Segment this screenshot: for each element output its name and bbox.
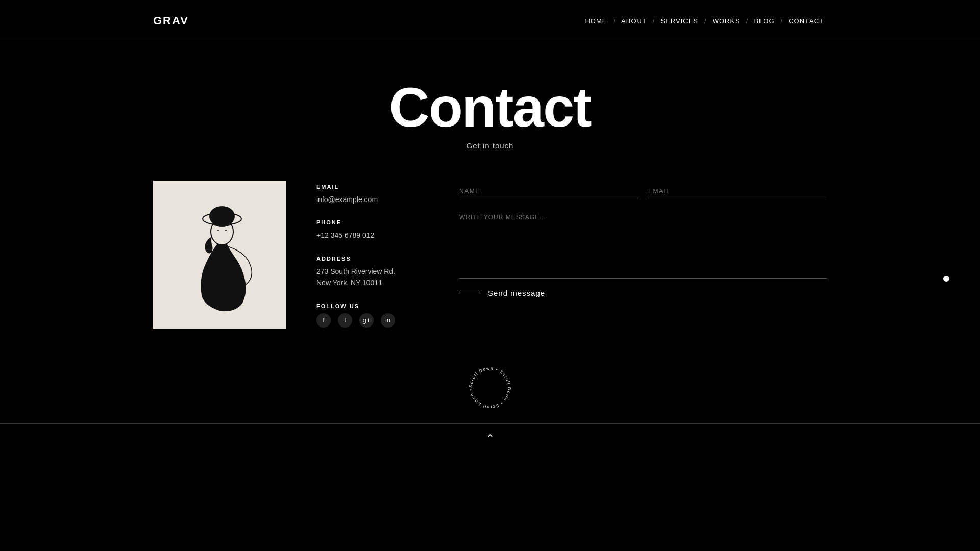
email-value: info@example.com	[316, 194, 429, 205]
nav-works[interactable]: WORKS	[709, 15, 743, 27]
address-label: ADDRESS	[316, 256, 429, 262]
email-input[interactable]	[648, 184, 827, 199]
follow-label: FOLLOW US	[316, 303, 429, 309]
scroll-circle-svg: Scroll Down • Scroll Down • Scroll Down …	[464, 362, 516, 413]
message-field-wrap	[459, 210, 827, 279]
email-section: EMAIL info@example.com	[316, 184, 429, 205]
svg-text:Scroll Down • Scroll Down • Sc: Scroll Down • Scroll Down • Scroll Down …	[468, 365, 512, 409]
form-row-top	[459, 184, 827, 210]
submit-decorative-line	[459, 293, 480, 293]
message-input[interactable]	[459, 210, 827, 276]
linkedin-icon[interactable]: in	[381, 313, 395, 328]
name-input[interactable]	[459, 184, 638, 199]
page-title: Contact	[0, 79, 980, 135]
form-submit-area: Send message	[459, 289, 827, 297]
address-line2: New York, NY 10011	[316, 277, 429, 288]
nav-sep-3: /	[704, 17, 706, 25]
submit-button[interactable]: Send message	[488, 289, 545, 297]
scroll-up-button[interactable]: ⌃	[486, 432, 495, 444]
scroll-circle: Scroll Down • Scroll Down • Scroll Down …	[464, 362, 516, 413]
scroll-indicator-dot	[943, 276, 949, 282]
main-content: EMAIL info@example.com PHONE +12 345 678…	[0, 181, 980, 342]
nav-sep-4: /	[746, 17, 748, 25]
email-field-wrap	[648, 184, 827, 199]
social-icons: f t g+ in	[316, 313, 429, 328]
email-label: EMAIL	[316, 184, 429, 190]
nav-about[interactable]: ABOUT	[618, 15, 650, 27]
logo[interactable]: GRAV	[153, 14, 189, 28]
scroll-down-area: Scroll Down • Scroll Down • Scroll Down …	[0, 342, 980, 423]
nav-sep-1: /	[613, 17, 615, 25]
nav-services[interactable]: SERVICES	[657, 15, 701, 27]
nav-sep-2: /	[653, 17, 655, 25]
follow-section: FOLLOW US f t g+ in	[316, 303, 429, 328]
svg-point-6	[228, 277, 230, 279]
nav-contact[interactable]: CONTACT	[786, 15, 827, 27]
svg-point-5	[214, 249, 215, 251]
contact-illustration	[168, 188, 271, 321]
phone-section: PHONE +12 345 6789 012	[316, 219, 429, 241]
facebook-icon[interactable]: f	[316, 313, 331, 328]
header: GRAV HOME / ABOUT / SERVICES / WORKS / B…	[0, 0, 980, 38]
nav-blog[interactable]: BLOG	[751, 15, 777, 27]
page-subtitle: Get in touch	[0, 141, 980, 150]
phone-value: +12 345 6789 012	[316, 230, 429, 241]
address-line1: 273 South Riverview Rd.	[316, 266, 429, 277]
nav-sep-5: /	[781, 17, 783, 25]
main-nav: HOME / ABOUT / SERVICES / WORKS / BLOG /…	[582, 15, 827, 27]
bottom-bar: ⌃	[0, 423, 980, 453]
twitter-icon[interactable]: t	[338, 313, 352, 328]
name-field-wrap	[459, 184, 638, 199]
phone-label: PHONE	[316, 219, 429, 226]
illustration	[153, 181, 286, 329]
contact-info: EMAIL info@example.com PHONE +12 345 678…	[316, 181, 429, 342]
nav-home[interactable]: HOME	[582, 15, 610, 27]
contact-form: Send message	[459, 181, 827, 297]
hero-section: Contact Get in touch	[0, 38, 980, 181]
google-plus-icon[interactable]: g+	[359, 313, 374, 328]
address-section: ADDRESS 273 South Riverview Rd. New York…	[316, 256, 429, 289]
